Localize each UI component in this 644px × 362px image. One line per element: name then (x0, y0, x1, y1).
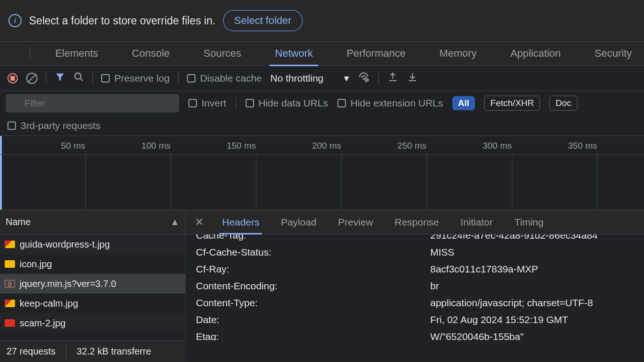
header-name: Cf-Cache-Status: (196, 247, 430, 258)
request-name: jquery.min.js?ver=3.7.0 (20, 279, 116, 289)
header-value: Fri, 02 Aug 2024 15:52:19 GMT (430, 314, 634, 325)
tab-performance[interactable]: Performance (341, 43, 411, 64)
third-party-label: 3rd-party requests (21, 120, 100, 131)
status-bar: 27 requests 32.2 kB transferre (0, 340, 186, 362)
header-name: Cache-Tag: (196, 234, 430, 241)
details-tab-payload[interactable]: Payload (278, 211, 319, 234)
info-message: Select a folder to store override files … (29, 15, 216, 27)
clear-button[interactable] (26, 73, 37, 84)
timeline-gridline (171, 155, 171, 210)
divider (46, 72, 46, 84)
timeline-overview[interactable]: 50 ms100 ms150 ms200 ms250 ms300 ms350 m… (0, 136, 644, 210)
record-button[interactable] (7, 73, 18, 83)
request-row[interactable]: icon.jpg (0, 254, 185, 274)
request-name: keep-calm.jpg (20, 298, 78, 309)
details-tab-bar: ✕ HeadersPayloadPreviewResponseInitiator… (186, 210, 644, 234)
hide-extension-urls-checkbox[interactable]: Hide extension URLs (337, 98, 443, 109)
divider (378, 72, 379, 84)
details-tab-response[interactable]: Response (392, 211, 442, 234)
throttling-value: No throttling (270, 73, 323, 84)
divider (236, 97, 236, 109)
response-header-row: Content-Encoding:br (196, 278, 634, 294)
divider (178, 72, 179, 84)
svg-point-4 (363, 78, 364, 79)
disable-cache-label: Disable cache (200, 73, 262, 84)
header-name: Etag: (196, 331, 430, 340)
tab-sources[interactable]: Sources (198, 43, 247, 64)
export-har-icon[interactable] (387, 71, 398, 85)
headers-content: Cache-Tag:291c24fe-a7ec-42a8-91d2-86ec34… (186, 234, 644, 340)
filter-chip-fetch-xhr[interactable]: Fetch/XHR (484, 96, 540, 111)
header-name: Cf-Ray: (196, 264, 430, 275)
timeline-tick: 100 ms (142, 136, 171, 151)
header-value: W/"6520046b-155ba" (430, 331, 634, 340)
request-details-panel: ✕ HeadersPayloadPreviewResponseInitiator… (186, 210, 644, 340)
response-header-row: Cache-Tag:291c24fe-a7ec-42a8-91d2-86ec34… (196, 234, 634, 244)
request-row[interactable]: scam-2.jpg (0, 313, 185, 333)
details-tab-initiator[interactable]: Initiator (458, 211, 496, 234)
timeline-tick: 150 ms (227, 136, 256, 151)
details-tab-timing[interactable]: Timing (511, 211, 546, 234)
image-file-icon (5, 300, 15, 307)
invert-checkbox[interactable]: Invert (188, 98, 226, 109)
image-file-icon (5, 241, 15, 248)
filter-input[interactable] (6, 94, 179, 113)
disable-cache-checkbox[interactable]: Disable cache (187, 73, 262, 84)
tab-console[interactable]: Console (126, 43, 175, 64)
timeline-gridline (512, 155, 512, 210)
header-name: Content-Type: (196, 297, 430, 309)
import-har-icon[interactable] (407, 71, 418, 85)
header-name: Date: (196, 314, 430, 325)
request-row[interactable]: {}jquery.min.js?ver=3.7.0 (0, 274, 185, 294)
js-file-icon: {} (5, 280, 15, 287)
header-value: MISS (430, 247, 634, 258)
name-header-label: Name (6, 217, 30, 227)
svg-point-3 (75, 73, 81, 79)
tab-security[interactable]: Security (589, 43, 637, 64)
image-file-icon (5, 319, 15, 327)
preserve-log-checkbox[interactable]: Preserve log (101, 73, 170, 84)
device-toggle-icon[interactable] (18, 47, 20, 60)
network-toolbar: Preserve log Disable cache No throttling… (0, 66, 644, 91)
timeline-gridline (85, 155, 86, 210)
hide-data-urls-checkbox[interactable]: Hide data URLs (246, 98, 328, 109)
request-name: guida-wordpress-t.jpg (20, 239, 110, 250)
divider (92, 72, 93, 84)
request-name: scam-2.jpg (20, 318, 66, 329)
tab-network[interactable]: Network (270, 43, 319, 64)
header-value: br (430, 280, 634, 292)
header-value: application/javascript; charset=UTF-8 (430, 297, 634, 309)
response-header-row: Cf-Cache-Status:MISS (196, 244, 634, 261)
third-party-checkbox[interactable]: 3rd-party requests (7, 120, 100, 131)
request-row[interactable]: keep-calm.jpg (0, 294, 185, 313)
close-details-button[interactable]: ✕ (192, 216, 206, 228)
filter-chip-doc[interactable]: Doc (549, 96, 577, 111)
info-icon: i (8, 14, 22, 27)
timeline-tick: 50 ms (61, 136, 85, 151)
tab-application[interactable]: Application (505, 43, 567, 64)
filter-toggle-icon[interactable] (55, 72, 65, 85)
timeline-tick: 200 ms (312, 136, 341, 151)
search-icon[interactable] (74, 72, 84, 85)
third-party-row: 3rd-party requests (0, 115, 644, 136)
timeline-gridline (597, 155, 598, 210)
response-header-row: Cf-Ray:8acf3c011c17839a-MXP (196, 261, 634, 278)
filter-chip-all[interactable]: All (452, 96, 475, 110)
timeline-gridline (341, 155, 342, 210)
details-tab-headers[interactable]: Headers (219, 211, 262, 234)
select-folder-button[interactable]: Select folder (223, 10, 303, 31)
header-value: 8acf3c011c17839a-MXP (430, 264, 634, 275)
request-count: 27 requests (7, 346, 56, 357)
preserve-log-label: Preserve log (114, 73, 170, 84)
divider (66, 346, 67, 358)
throttling-select[interactable]: No throttling ▾ (270, 73, 349, 84)
tab-memory[interactable]: Memory (434, 43, 482, 64)
inspect-element-icon[interactable] (7, 47, 8, 60)
network-conditions-icon[interactable] (358, 71, 370, 85)
tab-elements[interactable]: Elements (50, 43, 104, 64)
header-name: Content-Encoding: (196, 280, 430, 292)
transferred-size: 32.2 kB transferre (77, 346, 151, 357)
request-row[interactable]: guida-wordpress-t.jpg (0, 234, 185, 254)
name-column-header[interactable]: Name ▲ (0, 210, 185, 234)
details-tab-preview[interactable]: Preview (335, 211, 376, 234)
